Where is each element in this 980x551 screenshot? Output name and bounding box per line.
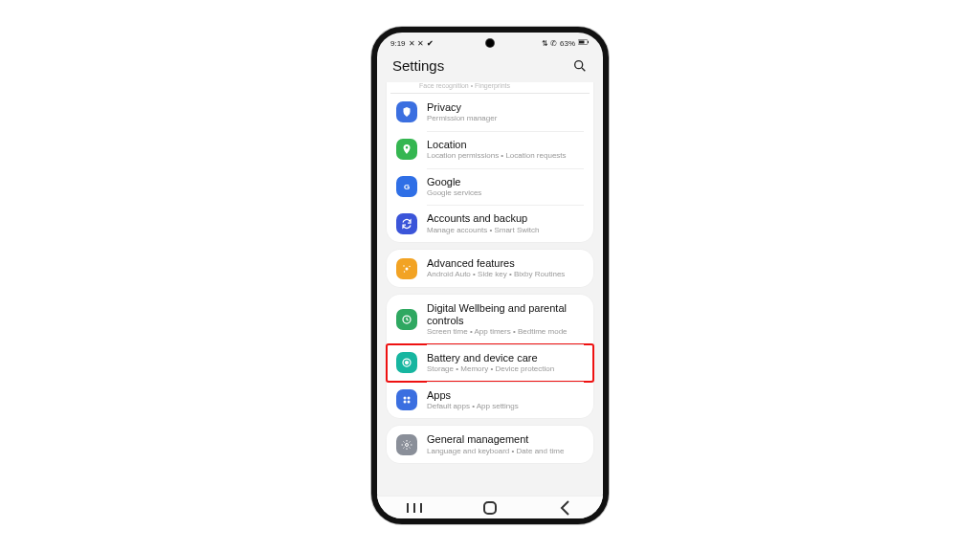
page-title: Settings [392,57,444,74]
settings-item-title: Location [427,139,567,151]
google-icon: G [396,176,417,197]
settings-item-title: General management [427,433,564,446]
settings-item-apps[interactable]: AppsDefault apps • App settings [387,382,593,419]
nav-recents-button[interactable] [403,501,426,515]
status-extra-icons: ✕ ✕ [409,39,424,48]
svg-rect-21 [484,502,496,514]
settings-item-subtitle: Google services [427,188,481,198]
svg-point-9 [404,271,406,273]
svg-point-12 [406,362,409,364]
search-button[interactable] [572,58,588,74]
settings-item-cut[interactable]: Face recognition • Fingerprints [390,82,590,94]
svg-point-7 [403,265,405,267]
settings-item-title: Digital Wellbeing and parental controls [427,302,584,327]
settings-item-subtitle: Screen time • App timers • Bedtime mode [427,327,584,337]
settings-item-text: General managementLanguage and keyboard … [427,433,564,455]
settings-item-title: Battery and device care [427,352,554,364]
svg-point-14 [408,397,411,400]
status-time: 9:19 [390,39,406,48]
svg-point-15 [404,401,407,404]
settings-item-battery-and-device-care[interactable]: Battery and device careStorage • Memory … [387,344,593,382]
svg-line-4 [582,68,585,71]
settings-item-general-management[interactable]: General managementLanguage and keyboard … [387,426,593,463]
settings-item-subtitle: Language and keyboard • Date and time [427,447,564,456]
settings-item-title: Apps [427,389,519,402]
settings-item-text: Digital Wellbeing and parental controlsS… [427,302,584,337]
settings-item-title: Accounts and backup [427,212,540,225]
settings-item-text: PrivacyPermission manager [427,101,497,123]
settings-item-subtitle: Default apps • App settings [427,402,519,411]
settings-group-0: Face recognition • Fingerprints PrivacyP… [387,82,593,242]
svg-point-3 [575,60,583,68]
front-camera [486,39,494,47]
settings-group-3: General managementLanguage and keyboard … [387,426,593,463]
app-header: Settings [377,54,603,81]
battery-icon [578,38,590,48]
pin-icon [396,139,417,160]
settings-item-advanced-features[interactable]: Advanced featuresAndroid Auto • Side key… [387,250,593,287]
settings-item-google[interactable]: GGoogleGoogle services [387,168,593,206]
settings-item-subtitle: Permission manager [427,114,497,123]
nav-home-button[interactable] [479,501,501,515]
settings-item-text: Advanced featuresAndroid Auto • Side key… [427,257,565,279]
settings-item-subtitle: Manage accounts • Smart Switch [427,226,540,235]
settings-item-subtitle: Location permissions • Location requests [427,151,567,161]
settings-scroll[interactable]: Face recognition • Fingerprints PrivacyP… [377,82,603,496]
wellbeing-icon [396,309,417,330]
settings-item-accounts-and-backup[interactable]: Accounts and backupManage accounts • Sma… [387,205,593,242]
android-nav-bar [377,496,603,518]
svg-rect-2 [579,41,585,44]
twitter-icon: ✔ [427,39,434,48]
svg-point-17 [406,443,409,446]
battery-icon [396,352,417,373]
settings-item-title: Google [427,176,481,188]
svg-point-16 [408,401,411,404]
settings-group-2: Digital Wellbeing and parental controlsS… [387,295,593,419]
svg-point-8 [409,265,411,267]
settings-item-privacy[interactable]: PrivacyPermission manager [387,94,593,131]
settings-group-1: Advanced featuresAndroid Auto • Side key… [387,250,593,287]
sync-icon [396,213,417,234]
status-network-icons: ⇅ ✆ [542,39,557,48]
settings-item-text: Accounts and backupManage accounts • Sma… [427,212,540,234]
shield-icon [396,101,417,122]
svg-text:G: G [404,182,410,190]
sparkle-icon [396,258,417,279]
settings-item-digital-wellbeing-and-parental-controls[interactable]: Digital Wellbeing and parental controlsS… [387,295,593,344]
settings-item-text: GoogleGoogle services [427,176,481,198]
settings-item-title: Advanced features [427,257,565,270]
svg-point-6 [406,267,409,270]
settings-item-text: AppsDefault apps • App settings [427,389,519,411]
settings-item-text: Battery and device careStorage • Memory … [427,352,554,374]
settings-item-text: LocationLocation permissions • Location … [427,139,567,161]
settings-item-subtitle: Android Auto • Side key • Bixby Routines [427,270,565,279]
settings-item-title: Privacy [427,101,497,114]
svg-rect-1 [588,41,589,43]
phone-frame: 9:19 ✕ ✕ ✔ ⇅ ✆ 63% Settings Face recogni… [371,27,609,524]
settings-item-subtitle: Storage • Memory • Device protection [427,364,554,374]
svg-point-13 [404,397,407,400]
apps-icon [396,389,417,410]
settings-item-location[interactable]: LocationLocation permissions • Location … [387,131,593,168]
nav-back-button[interactable] [554,501,577,515]
status-battery-text: 63% [560,39,575,48]
gear-icon [396,434,417,455]
